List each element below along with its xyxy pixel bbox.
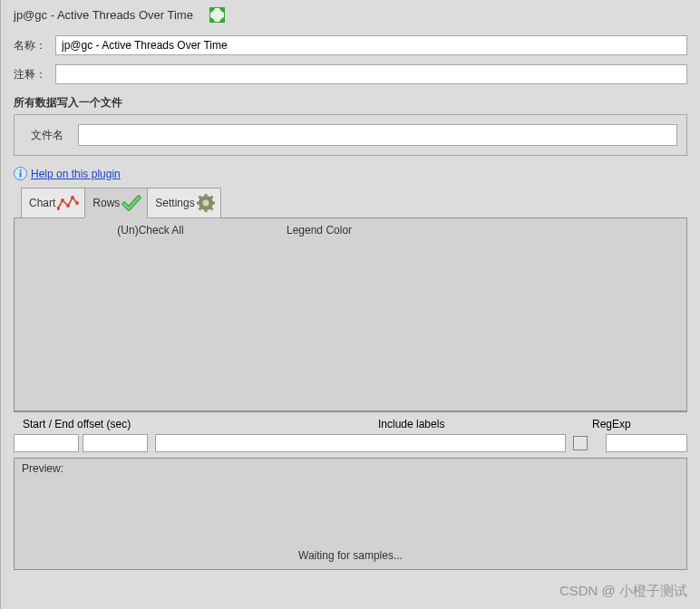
- filename-label: 文件名: [31, 128, 69, 143]
- svg-point-6: [66, 204, 70, 208]
- help-row: Help on this plugin: [1, 165, 700, 188]
- svg-rect-13: [212, 202, 215, 205]
- tabstrip: Chart Rows Setti: [1, 188, 700, 218]
- tab-rows[interactable]: Rows: [84, 188, 148, 218]
- tab-settings-label: Settings: [155, 197, 194, 209]
- regexp-input[interactable]: [606, 434, 687, 452]
- regexp-checkbox[interactable]: [573, 436, 588, 450]
- tab-settings[interactable]: Settings: [147, 188, 220, 218]
- chart-line-icon: [57, 195, 79, 211]
- help-link[interactable]: Help on this plugin: [31, 168, 121, 180]
- svg-rect-11: [204, 209, 207, 212]
- include-labels-input[interactable]: [155, 434, 566, 452]
- offsets-labels: Start / End offset (sec) Include labels …: [14, 411, 687, 432]
- expand-icon[interactable]: [209, 7, 225, 23]
- comment-label: 注释：: [14, 67, 50, 82]
- tab-chart-label: Chart: [29, 197, 55, 209]
- uncheck-all-header[interactable]: (Un)Check All: [15, 224, 287, 237]
- comment-row: 注释：: [1, 63, 700, 92]
- name-input[interactable]: [55, 35, 687, 55]
- svg-point-5: [61, 198, 64, 202]
- svg-point-7: [71, 196, 74, 199]
- legend-color-header: Legend Color: [287, 224, 686, 237]
- title-bar: jp@gc - Active Threads Over Time: [1, 0, 700, 34]
- write-file-section-label: 所有数据写入一个文件: [1, 92, 700, 112]
- name-row: 名称：: [1, 34, 700, 63]
- rows-body: [15, 237, 686, 411]
- comment-input[interactable]: [55, 64, 687, 84]
- regexp-label: RegExp: [592, 418, 678, 430]
- include-labels-label: Include labels: [160, 418, 592, 430]
- gear-icon: [197, 194, 215, 212]
- preview-status: Waiting for samples...: [298, 549, 403, 562]
- rows-panel: (Un)Check All Legend Color: [14, 218, 687, 411]
- name-label: 名称：: [14, 38, 50, 53]
- svg-rect-12: [197, 202, 199, 205]
- tab-rows-label: Rows: [92, 197, 120, 209]
- svg-rect-10: [204, 194, 207, 197]
- checkmark-icon: [122, 194, 141, 212]
- svg-rect-3: [20, 172, 22, 178]
- offsets-inputs: [14, 432, 687, 458]
- watermark: CSDN @ 小橙子测试: [559, 583, 687, 600]
- svg-point-8: [75, 201, 79, 205]
- rows-headers: (Un)Check All Legend Color: [15, 218, 686, 237]
- panel-title: jp@gc - Active Threads Over Time: [14, 8, 193, 22]
- svg-rect-2: [20, 169, 22, 171]
- svg-point-18: [202, 200, 209, 207]
- start-offset-input[interactable]: [14, 434, 79, 452]
- preview-panel: Preview: Waiting for samples...: [14, 458, 687, 570]
- preview-label: Preview:: [22, 462, 679, 475]
- end-offset-input[interactable]: [83, 434, 148, 452]
- write-file-group: 文件名: [14, 114, 687, 156]
- tab-chart[interactable]: Chart: [21, 188, 85, 218]
- info-icon: [14, 167, 27, 180]
- start-end-offset-label: Start / End offset (sec): [23, 418, 160, 430]
- filename-input[interactable]: [78, 124, 677, 146]
